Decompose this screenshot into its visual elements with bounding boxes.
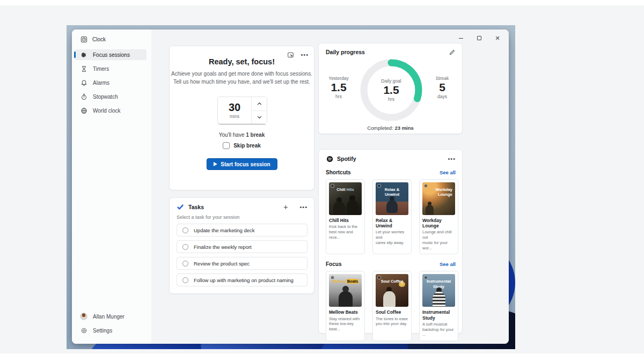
playlist-tile-workday-lounge[interactable]: Workday Lounge Workday Lounge Lounge and… bbox=[419, 179, 458, 254]
task-row[interactable]: Finalize the weekly report bbox=[177, 240, 308, 253]
progress-ring: Daily goal 1.5 hrs bbox=[359, 58, 423, 122]
art-caption: Chill bbox=[336, 187, 346, 192]
skip-break-label: Skip break bbox=[233, 143, 261, 149]
skip-break-row: Skip break bbox=[170, 142, 314, 149]
see-all-link[interactable]: See all bbox=[440, 261, 456, 267]
edit-pencil-icon[interactable] bbox=[448, 48, 456, 56]
minutes-value-box[interactable]: 30 mins bbox=[218, 97, 251, 124]
completed-value: 23 mins bbox=[394, 125, 413, 131]
album-art: Mellow Beats bbox=[329, 274, 362, 307]
see-all-link[interactable]: See all bbox=[440, 169, 456, 175]
settings-label: Settings bbox=[93, 328, 112, 334]
minutes-value: 30 bbox=[229, 102, 240, 113]
play-icon bbox=[213, 162, 217, 166]
tile-title: Soul Coffee bbox=[376, 309, 408, 315]
focus-description-line1: Achieve your goals and get more done wit… bbox=[171, 71, 312, 77]
task-label: Update the marketing deck bbox=[194, 227, 255, 233]
maximize-button[interactable] bbox=[472, 33, 486, 43]
minimize-button[interactable] bbox=[454, 33, 468, 43]
completed-text: Completed: 23 mins bbox=[319, 125, 462, 131]
spotify-logo-icon bbox=[326, 155, 333, 162]
daily-goal-stat: Daily goal 1.5 hrs bbox=[359, 58, 423, 122]
maximize-icon bbox=[477, 36, 481, 40]
yesterday-stat: Yesterday 1.5 hrs bbox=[322, 76, 355, 99]
decrease-minutes-button[interactable] bbox=[252, 111, 267, 124]
tile-description: Let your worries andcares slip away. bbox=[376, 230, 408, 245]
user-account-row[interactable]: Allan Munger bbox=[72, 311, 149, 322]
avatar bbox=[80, 313, 87, 320]
sidebar-item-world-clock[interactable]: World clock bbox=[74, 105, 147, 116]
task-label: Follow up with marketing on product nami… bbox=[194, 277, 294, 283]
spotify-card: Spotify ••• Shortcuts See all Chill Hits bbox=[318, 149, 463, 334]
sidebar-item-label: Stopwatch bbox=[93, 94, 118, 100]
main-content: ••• Ready, set, focus! Achieve your goal… bbox=[151, 29, 509, 344]
sidebar-item-focus-sessions[interactable]: Focus sessions bbox=[74, 49, 147, 60]
yesterday-label: Yesterday bbox=[322, 76, 355, 81]
focus-sessions-icon bbox=[80, 51, 87, 58]
sidebar-item-settings[interactable]: Settings bbox=[72, 324, 149, 336]
art-caption: Relax & Unwind bbox=[385, 187, 400, 197]
minutes-unit: mins bbox=[230, 114, 239, 119]
more-options-icon[interactable]: ••• bbox=[448, 157, 456, 161]
completed-prefix: Completed: bbox=[367, 125, 394, 131]
increase-minutes-button[interactable] bbox=[252, 97, 267, 111]
album-art: Instrumental Study bbox=[422, 274, 455, 307]
tile-description: Lounge and chill outmusic for your wor..… bbox=[422, 230, 455, 250]
playlist-tile-chill-hits[interactable]: Chill Hits Chill Hits Kick back to thebe… bbox=[326, 179, 365, 254]
task-radio[interactable] bbox=[182, 277, 188, 283]
start-focus-session-button[interactable]: Start focus session bbox=[206, 158, 277, 170]
task-row[interactable]: Follow up with marketing on product nami… bbox=[177, 274, 308, 286]
shortcuts-title: Shortcuts bbox=[326, 169, 440, 175]
screenshot-page: ✕ Clock Focus sessions bbox=[0, 0, 644, 362]
add-task-icon[interactable]: + bbox=[283, 204, 288, 210]
playlist-tile-relax-unwind[interactable]: Relax & Unwind Relax & Unwind Let your w… bbox=[372, 179, 412, 254]
playlist-tile-mellow-beats[interactable]: Mellow Beats Mellow Beats Stay relaxed w… bbox=[326, 271, 365, 341]
minimize-icon bbox=[459, 38, 463, 39]
sidebar-item-label: Timers bbox=[93, 66, 109, 72]
chevron-down-icon bbox=[257, 115, 262, 120]
task-row[interactable]: Update the marketing deck bbox=[177, 224, 308, 237]
playlist-tile-soul-coffee[interactable]: Soul Coffee Soul Coffee The tunes to eas… bbox=[372, 271, 412, 341]
tile-title: Instrumental Study bbox=[422, 309, 455, 320]
close-button[interactable]: ✕ bbox=[491, 33, 504, 43]
task-radio[interactable] bbox=[182, 244, 188, 250]
sidebar-item-timers[interactable]: Timers bbox=[74, 63, 147, 74]
sidebar-spacer bbox=[72, 116, 149, 311]
app-title: Clock bbox=[92, 36, 106, 42]
tasks-subtitle: Select a task for your session bbox=[170, 211, 314, 220]
sidebar-item-label: Alarms bbox=[93, 80, 109, 86]
task-radio[interactable] bbox=[182, 227, 188, 233]
playlist-tile-instrumental-study[interactable]: Instrumental Study Instrumental Study A … bbox=[419, 271, 458, 341]
minutes-stepper: 30 mins bbox=[217, 97, 267, 124]
window-controls: ✕ bbox=[454, 33, 504, 43]
streak-stat: Streak 5 days bbox=[426, 76, 459, 99]
daily-goal-unit: hrs bbox=[388, 97, 394, 102]
task-radio[interactable] bbox=[182, 261, 188, 267]
daily-goal-value: 1.5 bbox=[383, 84, 399, 97]
focus-title: Ready, set, focus! bbox=[170, 57, 314, 66]
clock-app-icon bbox=[80, 35, 87, 43]
skip-break-checkbox[interactable] bbox=[223, 142, 230, 149]
stopwatch-icon bbox=[80, 93, 87, 100]
sidebar-item-label: Focus sessions bbox=[93, 52, 130, 58]
more-options-icon[interactable]: ••• bbox=[301, 53, 309, 57]
tile-description: Kick back to thebest new and rece... bbox=[329, 224, 362, 240]
more-options-icon[interactable]: ••• bbox=[299, 205, 308, 209]
album-art: Relax & Unwind bbox=[376, 182, 408, 215]
art-caption: Soul Coffee bbox=[381, 279, 404, 284]
tile-description: Stay relaxed withthese low-key beat... bbox=[329, 316, 362, 332]
focus-section-title: Focus bbox=[326, 261, 440, 267]
app-title-row: Clock bbox=[72, 33, 149, 45]
sidebar-item-label: World clock bbox=[93, 108, 121, 114]
album-art: Chill Hits bbox=[329, 182, 362, 215]
art-caption: Mellow bbox=[332, 279, 347, 284]
windows-desktop: ✕ Clock Focus sessions bbox=[67, 25, 515, 349]
sidebar-item-stopwatch[interactable]: Stopwatch bbox=[74, 91, 147, 102]
focus-tiles: Mellow Beats Mellow Beats Stay relaxed w… bbox=[319, 267, 462, 341]
compact-overlay-icon[interactable] bbox=[287, 51, 294, 58]
sidebar-item-alarms[interactable]: Alarms bbox=[74, 77, 147, 88]
tasks-card: Tasks + ••• Select a task for your sessi… bbox=[169, 197, 314, 294]
close-icon: ✕ bbox=[495, 35, 500, 41]
yesterday-unit: hrs bbox=[322, 94, 355, 99]
task-row[interactable]: Review the product spec bbox=[177, 257, 308, 270]
